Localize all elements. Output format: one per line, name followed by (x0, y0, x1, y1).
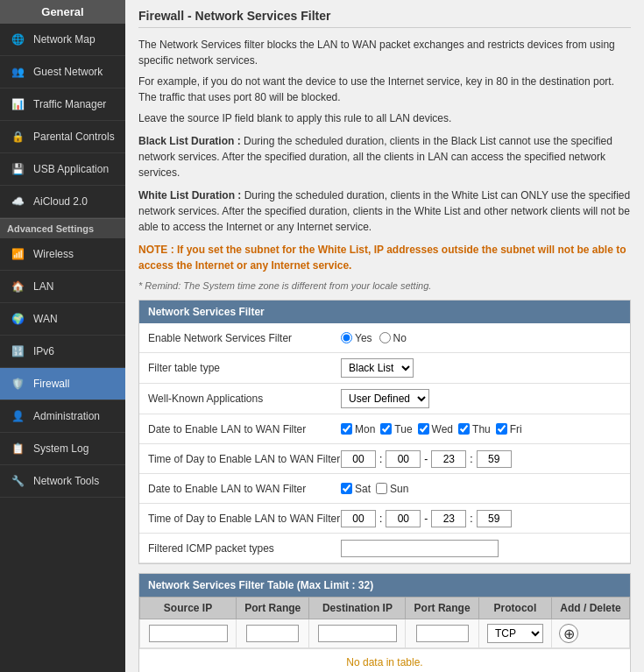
no-radio-label[interactable]: No (379, 332, 407, 344)
filter-table-type-value: Black List White List (341, 358, 621, 378)
aicloud-icon: ☁️ (9, 193, 26, 210)
sat-checkbox[interactable] (341, 483, 352, 494)
tue-checkbox[interactable] (380, 423, 392, 435)
port-range2-input[interactable] (416, 625, 469, 642)
yes-radio-label[interactable]: Yes (341, 332, 372, 344)
sidebar-item-parental-controls[interactable]: 🔒 Parental Controls (0, 121, 125, 153)
sidebar-label-system-log: System Log (33, 442, 88, 455)
sidebar: General 🌐 Network Map 👥 Guest Network 📊 … (0, 0, 125, 672)
sun-label[interactable]: Sun (376, 483, 408, 495)
filter-table-type-row: Filter table type Black List White List (139, 353, 630, 384)
sidebar-item-wireless[interactable]: 📶 Wireless (0, 238, 125, 271)
sat-label[interactable]: Sat (341, 483, 371, 495)
sidebar-advanced-header: Advanced Settings (0, 218, 125, 238)
network-map-icon: 🌐 (9, 31, 26, 48)
time-start-min[interactable] (386, 450, 421, 468)
well-known-value: User Defined HTTP HTTPS FTP (341, 389, 621, 408)
no-radio[interactable] (379, 332, 391, 343)
well-known-label: Well-Known Applications (148, 393, 341, 405)
yes-label: Yes (355, 332, 372, 344)
sidebar-label-aicloud: AiCloud 2.0 (33, 195, 88, 208)
col-protocol: Protocol (478, 598, 551, 619)
port-range2-cell (406, 619, 478, 648)
time-end-hour[interactable] (431, 450, 466, 468)
system-log-icon: 📋 (9, 440, 26, 457)
icmp-row: Filtered ICMP packet types (139, 534, 630, 563)
sidebar-general-header: General (0, 0, 125, 24)
filter-section-header: Network Services Filter (139, 301, 630, 323)
source-ip-cell (140, 619, 237, 648)
time2-end-min[interactable] (477, 510, 512, 527)
sidebar-item-guest-network[interactable]: 👥 Guest Network (0, 56, 125, 88)
sidebar-item-usb-application[interactable]: 💾 USB Application (0, 153, 125, 186)
thu-checkbox[interactable] (458, 423, 470, 435)
enable-label: Enable Network Services Filter (148, 332, 341, 344)
mon-label[interactable]: Mon (341, 423, 375, 435)
sidebar-label-wan: WAN (33, 313, 58, 325)
fri-checkbox[interactable] (496, 423, 507, 435)
col-add-delete: Add / Delete (552, 598, 630, 619)
sidebar-item-network-tools[interactable]: 🔧 Network Tools (0, 465, 125, 498)
white-list-text: White List Duration : During the schedul… (138, 187, 631, 235)
time-wan-row: Time of Day to Enable LAN to WAN Filter … (139, 444, 630, 474)
enable-value: Yes No (341, 332, 621, 344)
sidebar-item-traffic-manager[interactable]: 📊 Traffic Manager (0, 88, 125, 121)
tue-label[interactable]: Tue (380, 423, 412, 435)
sidebar-item-administration[interactable]: 👤 Administration (0, 400, 125, 433)
add-delete-cell: ⊕ (552, 619, 630, 648)
sidebar-item-network-map[interactable]: 🌐 Network Map (0, 24, 125, 56)
fri-label[interactable]: Fri (496, 423, 522, 435)
white-list-label: White List Duration : (138, 189, 241, 202)
time-start-hour[interactable] (341, 450, 376, 468)
col-port-range2: Port Range (406, 598, 478, 619)
main-content: Firewall - Network Services Filter The N… (125, 0, 644, 672)
sidebar-item-system-log[interactable]: 📋 System Log (0, 433, 125, 465)
sidebar-label-lan: LAN (33, 280, 53, 293)
icmp-value (341, 540, 621, 557)
time2-start-min[interactable] (386, 510, 421, 527)
mon-checkbox[interactable] (341, 423, 352, 435)
usb-application-icon: 💾 (9, 160, 26, 178)
sidebar-label-network-map: Network Map (33, 33, 96, 46)
time-end-min[interactable] (477, 450, 512, 468)
wed-label[interactable]: Wed (418, 423, 453, 435)
lan-icon: 🏠 (9, 278, 26, 295)
add-button[interactable]: ⊕ (559, 624, 578, 643)
time2-start-hour[interactable] (341, 510, 376, 527)
desc2: For example, if you do not want the devi… (138, 74, 631, 105)
remind-text: * Remind: The System time zone is differ… (138, 280, 631, 291)
filter-table: Source IP Port Range Destination IP Port… (139, 597, 630, 648)
filter-table-select[interactable]: Black List White List (341, 358, 414, 378)
table-section-header: Network Services Filter Table (Max Limit… (139, 574, 630, 597)
time2-end-hour[interactable] (431, 510, 466, 527)
icmp-input[interactable] (341, 540, 499, 557)
description-block-1: The Network Services filter blocks the L… (138, 37, 631, 126)
sidebar-item-ipv6[interactable]: 🔢 IPv6 (0, 336, 125, 368)
port-range-input[interactable] (246, 625, 299, 642)
dest-ip-input[interactable] (318, 625, 397, 642)
yes-radio[interactable] (341, 332, 352, 343)
black-list-text: Black List Duration : During the schedul… (138, 133, 631, 180)
protocol-cell: TCP UDP BOTH (478, 619, 551, 648)
thu-label[interactable]: Thu (458, 423, 491, 435)
sidebar-item-firewall[interactable]: 🛡️ Firewall (0, 368, 125, 400)
well-known-select[interactable]: User Defined HTTP HTTPS FTP (341, 389, 429, 408)
sidebar-item-wan[interactable]: 🌍 WAN (0, 303, 125, 336)
table-section: Network Services Filter Table (Max Limit… (138, 573, 631, 672)
sidebar-label-firewall: Firewall (33, 378, 69, 390)
sidebar-item-lan[interactable]: 🏠 LAN (0, 271, 125, 303)
filter-table-type-label: Filter table type (148, 362, 341, 374)
protocol-select[interactable]: TCP UDP BOTH (487, 624, 543, 643)
wed-checkbox[interactable] (418, 423, 429, 435)
time-wan2-value: : - : (341, 510, 621, 527)
sun-checkbox[interactable] (376, 483, 387, 494)
col-port-range: Port Range (237, 598, 309, 619)
enable-row: Enable Network Services Filter Yes No (139, 323, 630, 353)
source-ip-input[interactable] (149, 625, 228, 642)
sidebar-item-aicloud[interactable]: ☁️ AiCloud 2.0 (0, 186, 125, 218)
sidebar-label-network-tools: Network Tools (33, 475, 99, 487)
guest-network-icon: 👥 (9, 63, 26, 81)
table-input-row: TCP UDP BOTH ⊕ (140, 619, 630, 648)
note-text: NOTE : If you set the subnet for the Whi… (138, 242, 631, 273)
no-data-text: No data in table. (139, 648, 630, 672)
